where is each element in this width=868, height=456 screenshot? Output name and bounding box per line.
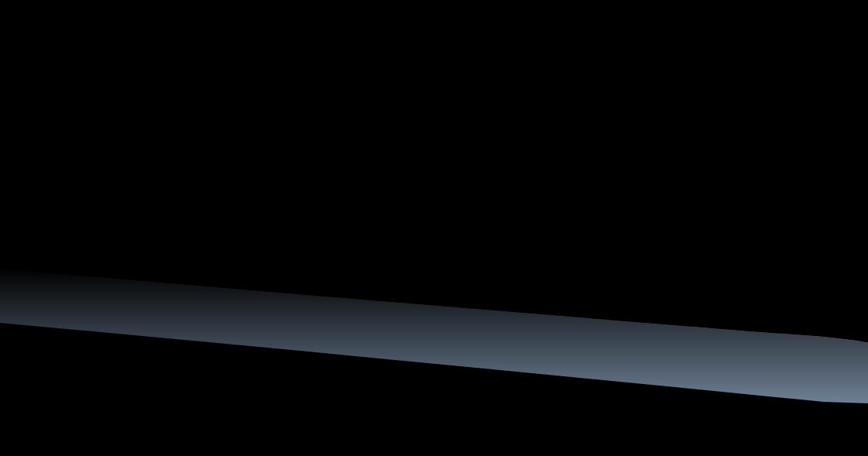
cad-3d-viewport[interactable] — [0, 0, 868, 456]
scene-canvas — [0, 0, 868, 456]
handle-top-bar — [167, 93, 689, 147]
